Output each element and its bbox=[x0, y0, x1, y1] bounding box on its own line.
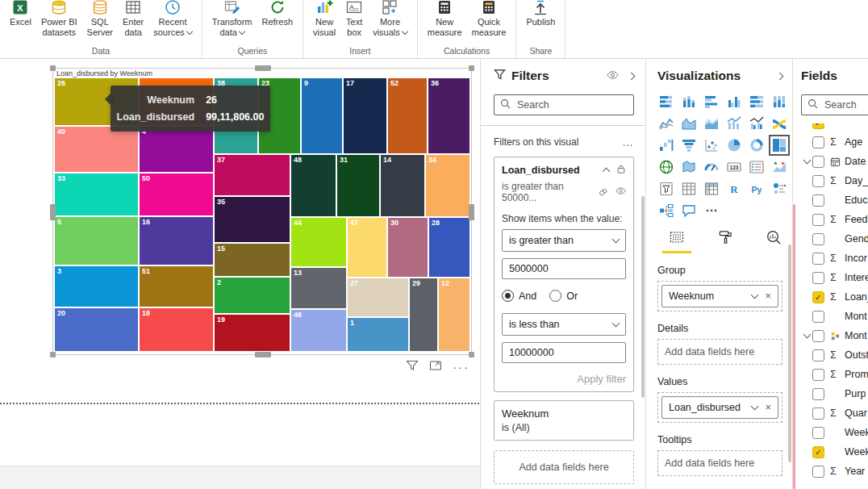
table-icon[interactable] bbox=[680, 180, 698, 198]
fields-search-input[interactable] bbox=[823, 98, 868, 111]
field-item-day[interactable]: ΣDay_ bbox=[801, 171, 868, 190]
ribbon-chart-icon[interactable] bbox=[770, 115, 788, 132]
stacked-area-chart-icon[interactable] bbox=[703, 115, 720, 132]
field-item-age[interactable]: ΣAge bbox=[801, 132, 868, 152]
recent-sources-button[interactable]: Recentsources bbox=[148, 0, 197, 38]
tab-analytics[interactable] bbox=[759, 229, 788, 253]
filter-funnel-icon[interactable] bbox=[406, 359, 419, 374]
field-checkbox[interactable] bbox=[812, 408, 824, 420]
resize-handle-bottom[interactable] bbox=[255, 352, 271, 357]
treemap-cell-weeknum-5[interactable]: 5 bbox=[54, 216, 139, 265]
treemap-cell-weeknum-47[interactable]: 47 bbox=[347, 217, 387, 278]
treemap-cell-weeknum-51[interactable]: 51 bbox=[139, 265, 214, 307]
line-chart-icon[interactable] bbox=[657, 115, 675, 132]
clustered-bar-chart-icon[interactable] bbox=[703, 93, 720, 111]
treemap-cell-weeknum-29[interactable]: 29 bbox=[409, 278, 438, 352]
eye-icon[interactable] bbox=[607, 70, 619, 82]
field-checkbox[interactable] bbox=[812, 466, 824, 478]
publish-button[interactable]: Publish bbox=[521, 0, 560, 27]
more-options-icon[interactable]: ··· bbox=[453, 363, 469, 371]
new-visual-button[interactable]: Newvisual bbox=[308, 0, 340, 38]
treemap-cell-weeknum-4[interactable]: 4 bbox=[139, 126, 214, 173]
treemap-cell-weeknum-44[interactable]: 44 bbox=[290, 217, 347, 267]
clustered-column-chart-icon[interactable] bbox=[725, 93, 743, 111]
line-and-clustered-column-chart-icon[interactable] bbox=[748, 115, 766, 132]
expand-chevron-icon[interactable] bbox=[801, 334, 812, 337]
resize-handle-left[interactable] bbox=[50, 204, 56, 220]
field-checkbox[interactable] bbox=[812, 272, 824, 284]
treemap-cell-weeknum-28[interactable]: 28 bbox=[428, 217, 470, 278]
focus-mode-icon[interactable] bbox=[429, 359, 442, 374]
eye-icon[interactable] bbox=[616, 186, 626, 198]
expand-chevron-icon[interactable] bbox=[801, 160, 812, 163]
chevron-down-icon[interactable] bbox=[751, 403, 759, 411]
treemap-cell-weeknum-52[interactable]: 52 bbox=[387, 77, 428, 154]
treemap-cell-weeknum-46[interactable]: 46 bbox=[290, 309, 347, 352]
treemap-cell-weeknum-12[interactable]: 12 bbox=[438, 278, 470, 352]
resize-handle-bottom-left[interactable] bbox=[50, 352, 56, 357]
field-checkbox[interactable] bbox=[812, 156, 824, 168]
field-item-outst[interactable]: ΣOutst bbox=[801, 345, 868, 365]
area-chart-icon[interactable] bbox=[680, 115, 698, 132]
treemap-cell-weeknum-2[interactable]: 2 bbox=[214, 277, 290, 314]
key-influencers-icon[interactable] bbox=[770, 180, 788, 198]
collapse-filters-pane-icon[interactable] bbox=[628, 72, 636, 80]
field-checkbox[interactable] bbox=[812, 253, 824, 265]
eraser-icon[interactable] bbox=[599, 186, 608, 199]
text-box-button[interactable]: ATextbox bbox=[340, 0, 368, 38]
treemap-cell-weeknum-18[interactable]: 18 bbox=[139, 307, 214, 352]
and-radio[interactable] bbox=[502, 290, 514, 302]
section-more-options-icon[interactable]: … bbox=[622, 136, 634, 148]
value-input-2[interactable] bbox=[502, 342, 626, 363]
operator-select-2[interactable]: is less than bbox=[502, 313, 626, 336]
filters-search-box[interactable] bbox=[494, 94, 634, 115]
values-well[interactable]: Loan_disbursed × bbox=[657, 392, 782, 423]
filter-card-weeknum[interactable]: Weeknum is (All) bbox=[494, 400, 634, 441]
details-well[interactable]: Add data fields here bbox=[657, 339, 782, 365]
treemap-cell-weeknum-33[interactable]: 33 bbox=[54, 173, 139, 216]
field-checkbox[interactable] bbox=[812, 136, 824, 148]
field-item-gend[interactable]: Gend bbox=[801, 229, 868, 249]
or-radio[interactable] bbox=[549, 290, 561, 302]
operator-select-1[interactable]: is greater than bbox=[502, 229, 626, 252]
fields-search-box[interactable] bbox=[801, 94, 868, 115]
field-checkbox[interactable] bbox=[812, 427, 824, 439]
treemap-cell-weeknum-36[interactable]: 36 bbox=[428, 77, 470, 154]
resize-handle-top-left[interactable] bbox=[50, 65, 56, 71]
field-item-quar[interactable]: ΣQuar bbox=[801, 403, 868, 423]
field-checkbox[interactable]: ✓ bbox=[812, 123, 824, 129]
treemap-cell-weeknum-37[interactable]: 37 bbox=[214, 154, 290, 196]
resize-handle-top[interactable] bbox=[255, 65, 271, 71]
donut-chart-icon[interactable] bbox=[748, 136, 766, 154]
powerbi-datasets-button[interactable]: Power BIdatasets bbox=[36, 0, 82, 38]
treemap-cell-weeknum-48[interactable]: 48 bbox=[290, 154, 336, 217]
treemap-cell-weeknum-3[interactable]: 3 bbox=[54, 265, 139, 307]
treemap-cell-weeknum-34[interactable]: 34 bbox=[425, 154, 470, 217]
field-item[interactable]: ✓ bbox=[801, 123, 868, 132]
field-item-loan[interactable]: ✓ΣLoan_ bbox=[801, 287, 868, 307]
line-and-stacked-column-chart-icon[interactable] bbox=[725, 115, 743, 132]
tooltips-well[interactable]: Add data fields here bbox=[657, 450, 782, 476]
r-script-icon[interactable]: R bbox=[725, 180, 743, 198]
treemap-cell-weeknum-9[interactable]: 9 bbox=[301, 77, 343, 154]
more-visuals-button[interactable]: Morevisuals bbox=[368, 0, 412, 38]
treemap-cell-weeknum-1[interactable]: 1 bbox=[347, 317, 409, 352]
stacked-column-chart-icon[interactable] bbox=[680, 93, 698, 111]
group-well[interactable]: Weeknum × bbox=[657, 281, 782, 311]
new-measure-button[interactable]: Newmeasure bbox=[423, 0, 467, 38]
field-item-week[interactable]: ✓Week bbox=[801, 442, 868, 462]
hundred-stacked-column-chart-icon[interactable] bbox=[770, 93, 788, 111]
treemap-cell-weeknum-50[interactable]: 50 bbox=[139, 173, 214, 216]
field-checkbox[interactable] bbox=[812, 349, 824, 362]
field-checkbox[interactable] bbox=[812, 214, 824, 226]
treemap-cell-weeknum-31[interactable]: 31 bbox=[336, 154, 380, 217]
kpi-icon[interactable] bbox=[770, 158, 788, 176]
treemap-cell-weeknum-17[interactable]: 17 bbox=[343, 77, 387, 154]
collapse-visualizations-pane-icon[interactable] bbox=[776, 72, 784, 80]
field-checkbox[interactable] bbox=[812, 369, 824, 381]
sql-server-button[interactable]: SQLServer bbox=[82, 0, 118, 38]
more-visuals-ellipsis-icon[interactable] bbox=[703, 202, 720, 219]
apply-filter-button[interactable]: Apply filter bbox=[502, 373, 626, 385]
funnel-chart-icon[interactable] bbox=[680, 136, 698, 154]
resize-handle-right[interactable] bbox=[469, 204, 474, 220]
